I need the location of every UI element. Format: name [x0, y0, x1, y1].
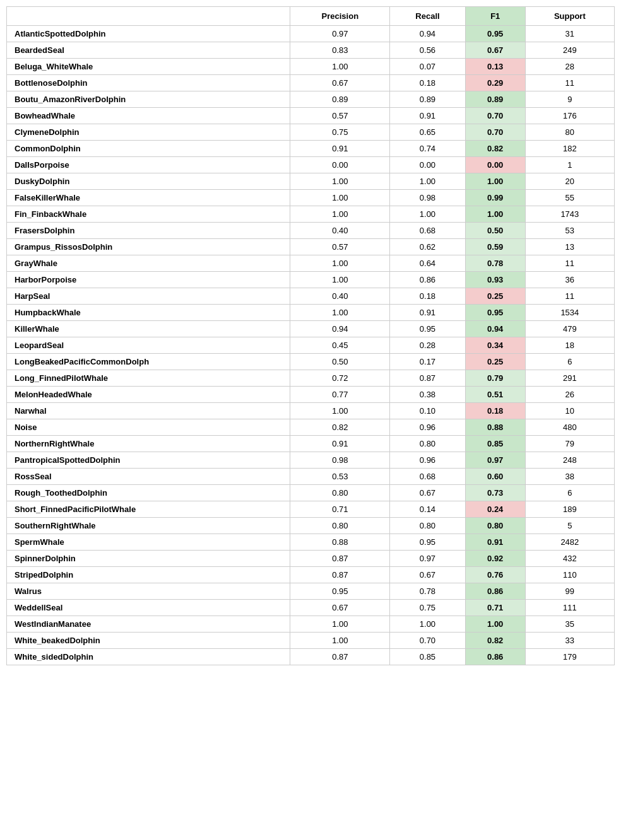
recall-value: 0.18 [390, 75, 466, 91]
precision-value: 0.97 [290, 26, 390, 42]
f1-value: 0.89 [465, 91, 525, 108]
table-row: Grampus_RissosDolphin0.570.620.5913 [7, 239, 615, 255]
recall-value: 0.89 [390, 91, 466, 108]
recall-value: 0.62 [390, 239, 466, 255]
support-value: 5 [525, 518, 614, 534]
table-row: Noise0.820.960.88480 [7, 419, 615, 436]
species-name: Long_FinnedPilotWhale [7, 370, 290, 387]
precision-value: 1.00 [290, 403, 390, 419]
f1-value: 0.78 [465, 255, 525, 272]
support-value: 55 [525, 190, 614, 206]
table-row: BottlenoseDolphin0.670.180.2911 [7, 75, 615, 91]
support-value: 2482 [525, 534, 614, 551]
support-value: 111 [525, 600, 614, 616]
precision-value: 0.75 [290, 124, 390, 141]
precision-value: 0.72 [290, 370, 390, 387]
f1-value: 0.24 [465, 501, 525, 518]
support-value: 248 [525, 452, 614, 469]
species-name: WeddellSeal [7, 600, 290, 616]
header-row: Precision Recall F1 Support [7, 7, 615, 26]
precision-value: 0.40 [290, 288, 390, 305]
precision-value: 0.94 [290, 321, 390, 337]
species-name: DallsPorpoise [7, 157, 290, 173]
table-row: SpermWhale0.880.950.912482 [7, 534, 615, 551]
species-name: WestIndianManatee [7, 616, 290, 633]
support-value: 10 [525, 403, 614, 419]
table-row: SpinnerDolphin0.870.970.92432 [7, 551, 615, 567]
support-value: 11 [525, 255, 614, 272]
table-row: PantropicalSpottedDolphin0.980.960.97248 [7, 452, 615, 469]
recall-value: 0.85 [390, 649, 466, 665]
species-name: Rough_ToothedDolphin [7, 485, 290, 501]
recall-value: 0.96 [390, 419, 466, 436]
f1-value: 0.13 [465, 59, 525, 75]
f1-value: 0.71 [465, 600, 525, 616]
species-name: Grampus_RissosDolphin [7, 239, 290, 255]
table-row: WeddellSeal0.670.750.71111 [7, 600, 615, 616]
species-name: Boutu_AmazonRiverDolphin [7, 91, 290, 108]
recall-value: 0.67 [390, 567, 466, 583]
precision-value: 1.00 [290, 616, 390, 633]
f1-value: 0.18 [465, 403, 525, 419]
species-name: White_beakedDolphin [7, 633, 290, 649]
precision-value: 1.00 [290, 272, 390, 288]
f1-value: 0.76 [465, 567, 525, 583]
table-row: Beluga_WhiteWhale1.000.070.1328 [7, 59, 615, 75]
recall-value: 0.64 [390, 255, 466, 272]
support-value: 1534 [525, 305, 614, 321]
species-name: BeardedSeal [7, 42, 290, 59]
support-value: 479 [525, 321, 614, 337]
precision-value: 1.00 [290, 59, 390, 75]
support-value: 249 [525, 42, 614, 59]
support-value: 13 [525, 239, 614, 255]
table-row: CommonDolphin0.910.740.82182 [7, 141, 615, 157]
table-row: AtlanticSpottedDolphin0.970.940.9531 [7, 26, 615, 42]
table-row: MelonHeadedWhale0.770.380.5126 [7, 387, 615, 403]
species-name: RossSeal [7, 469, 290, 485]
f1-value: 0.29 [465, 75, 525, 91]
support-value: 35 [525, 616, 614, 633]
precision-value: 0.71 [290, 501, 390, 518]
table-row: Short_FinnedPacificPilotWhale0.710.140.2… [7, 501, 615, 518]
f1-value: 0.00 [465, 157, 525, 173]
f1-value: 0.88 [465, 419, 525, 436]
f1-value: 0.99 [465, 190, 525, 206]
precision-value: 0.57 [290, 239, 390, 255]
precision-value: 0.95 [290, 583, 390, 600]
precision-value: 1.00 [290, 206, 390, 223]
species-name: PantropicalSpottedDolphin [7, 452, 290, 469]
recall-value: 0.28 [390, 337, 466, 354]
support-value: 6 [525, 354, 614, 370]
precision-value: 0.87 [290, 551, 390, 567]
recall-value: 0.65 [390, 124, 466, 141]
f1-value: 0.85 [465, 436, 525, 452]
table-row: HarborPorpoise1.000.860.9336 [7, 272, 615, 288]
support-value: 38 [525, 469, 614, 485]
recall-value: 0.97 [390, 551, 466, 567]
precision-value: 0.87 [290, 649, 390, 665]
support-value: 9 [525, 91, 614, 108]
table-row: Narwhal1.000.100.1810 [7, 403, 615, 419]
f1-value: 0.70 [465, 124, 525, 141]
precision-value: 0.67 [290, 600, 390, 616]
species-name: BowheadWhale [7, 108, 290, 124]
f1-value: 0.86 [465, 583, 525, 600]
f1-value: 0.95 [465, 26, 525, 42]
f1-value: 0.70 [465, 108, 525, 124]
species-name: GrayWhale [7, 255, 290, 272]
support-value: 1743 [525, 206, 614, 223]
table-row: FrasersDolphin0.400.680.5053 [7, 223, 615, 239]
recall-value: 0.94 [390, 26, 466, 42]
f1-value: 0.25 [465, 354, 525, 370]
precision-value: 0.98 [290, 452, 390, 469]
table-row: Fin_FinbackWhale1.001.001.001743 [7, 206, 615, 223]
support-value: 11 [525, 288, 614, 305]
table-row: HumpbackWhale1.000.910.951534 [7, 305, 615, 321]
f1-value: 1.00 [465, 206, 525, 223]
precision-value: 0.57 [290, 108, 390, 124]
support-value: 179 [525, 649, 614, 665]
recall-value: 0.68 [390, 469, 466, 485]
f1-value: 0.92 [465, 551, 525, 567]
f1-value: 0.51 [465, 387, 525, 403]
support-value: 33 [525, 633, 614, 649]
